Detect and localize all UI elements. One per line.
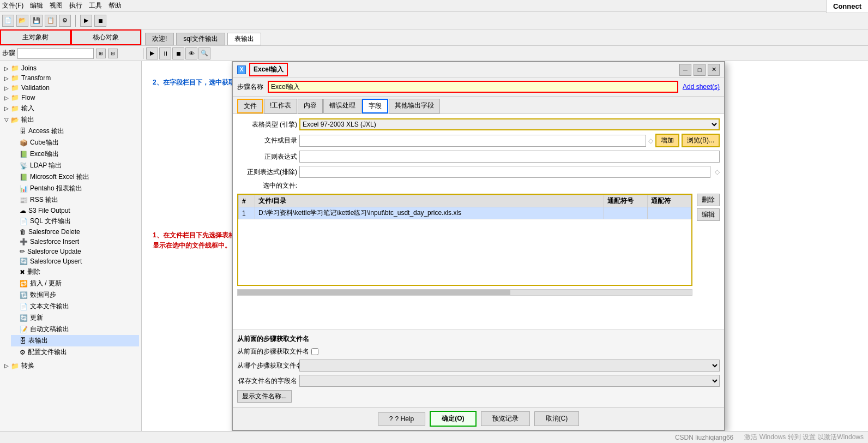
help-button[interactable]: ? ? Help <box>378 412 425 426</box>
table-row[interactable]: 1 D:\学习资料\kettle学习笔记\kettle练习\input\btc_… <box>239 207 691 219</box>
run-button[interactable]: ▶ <box>80 15 92 27</box>
dialog-title-bar: X Excel输入 ─ □ ✕ <box>233 62 724 77</box>
file-table-scrollbar[interactable] <box>237 289 692 296</box>
tree-folder-flow[interactable]: ▷ 📁 Flow <box>2 93 139 103</box>
menu-view[interactable]: 视图 <box>50 1 63 10</box>
canvas-tab-tableout-label: 表输出 <box>234 35 254 43</box>
ok-button[interactable]: 确定(O) <box>430 411 476 427</box>
step-name-label: 步骤名称 <box>237 82 263 92</box>
save-field-select[interactable] <box>299 375 720 387</box>
tree-item-datasync[interactable]: 🔃数据同步 <box>11 289 139 301</box>
tree-item-sf-delete[interactable]: 🗑Salesforce Delete <box>11 227 139 237</box>
step-name-input[interactable] <box>268 81 678 93</box>
tree-folder-joins[interactable]: ▷ 📁 Joins <box>2 63 139 73</box>
dialog-maximize-btn[interactable]: □ <box>694 64 706 76</box>
delete-file-btn[interactable]: 删除 <box>697 194 720 206</box>
tree-item-ldap-output[interactable]: 📡LDAP 输出 <box>11 160 139 171</box>
menu-file[interactable]: 文件(F) <box>2 1 23 10</box>
tree-item-excel-output[interactable]: 📗Excel输出 <box>11 148 139 160</box>
canvas-tab-sql[interactable]: sql文件输出 <box>176 33 225 45</box>
scrollbar-thumb <box>238 290 510 295</box>
tree-folder-validation[interactable]: ▷ 📁 Validation <box>2 83 139 93</box>
dialog-tab-content[interactable]: 内容 <box>298 99 323 113</box>
menu-help[interactable]: 帮助 <box>108 1 122 10</box>
add-file-btn[interactable]: 增加 <box>655 134 679 147</box>
file-dir-input[interactable] <box>299 135 646 147</box>
tree-item-table-output[interactable]: 🗄表输出 <box>11 335 139 346</box>
save-button[interactable]: 💾 <box>31 15 43 27</box>
tab-other-label: 其他输出字段 <box>395 101 434 109</box>
tree-item-cube-output[interactable]: 📦Cube输出 <box>11 137 139 148</box>
connect-button[interactable]: Connect <box>826 0 868 13</box>
regex-exclude-diamond: ◇ <box>715 168 720 176</box>
edit-file-btn[interactable]: 编辑 <box>697 208 720 221</box>
cancel-button[interactable]: 取消(C) <box>534 411 580 426</box>
tree-item-insert-update[interactable]: 🔁插入 / 更新 <box>11 278 139 289</box>
table-type-label: 表格类型 (引擎) <box>237 120 297 129</box>
settings-button[interactable]: ⚙ <box>59 15 71 27</box>
steps-collapse-btn[interactable]: ⊟ <box>108 49 118 58</box>
dialog-tab-other[interactable]: 其他输出字段 <box>389 99 440 113</box>
add-sheet-link[interactable]: Add sheet(s) <box>683 83 720 91</box>
tree-folder-transform[interactable]: ▷ 📁 转换 <box>2 360 139 372</box>
sidebar-tab-main[interactable]: 主对象树 <box>0 29 71 45</box>
tree-item-pentaho-output[interactable]: 📊Pentaho 报表输出 <box>11 183 139 194</box>
folder-icon-input: 📁 <box>11 105 19 112</box>
regex-input[interactable] <box>299 151 720 163</box>
canvas-play-btn[interactable]: ▶ <box>146 47 158 59</box>
table-type-select[interactable]: Excel 97-2003 XLS (JXL) <box>299 118 720 130</box>
tree-item-sql-output[interactable]: 📄SQL 文件输出 <box>11 215 139 227</box>
preview-button[interactable]: 预览记录 <box>481 411 530 426</box>
sidebar-tab-core[interactable]: 核心对象 <box>71 29 142 45</box>
canvas-tab-welcome[interactable]: 欢迎! <box>145 33 174 45</box>
menu-execute[interactable]: 执行 <box>69 1 82 10</box>
steps-search-input[interactable] <box>17 48 94 59</box>
regex-label: 正则表达式 <box>237 152 297 161</box>
tree-item-sf-insert[interactable]: ➕Salesforce Insert <box>11 237 139 247</box>
canvas-tab-tableout[interactable]: 表输出 <box>227 33 261 45</box>
dialog-tab-file[interactable]: 文件 <box>237 99 263 113</box>
new-button[interactable]: 📄 <box>2 15 14 27</box>
canvas-view-btn[interactable]: 👁 <box>185 47 197 59</box>
tree-arrow-transform: ▷ <box>4 75 9 81</box>
canvas-pause-btn[interactable]: ⏸ <box>159 47 171 59</box>
bottom-section-title: 从前面的步骤获取文件名 <box>237 334 720 344</box>
show-filename-btn[interactable]: 显示文件名称... <box>237 390 292 403</box>
tree-item-rss-output[interactable]: 📰RSS 输出 <box>11 194 139 206</box>
saveas-button[interactable]: 📋 <box>45 15 57 27</box>
stop-button[interactable]: ⏹ <box>94 15 106 27</box>
tree-label-flow: Flow <box>21 94 35 101</box>
tree-item-update[interactable]: 🔄更新 <box>11 312 139 324</box>
tree-item-sf-upsert[interactable]: 🔄Salesforce Upsert <box>11 256 139 266</box>
tree-item-config-output[interactable]: ⚙配置文件输出 <box>11 346 139 358</box>
file-dir-row: 文件或目录 ◇ 增加 浏览(B)... <box>237 134 720 147</box>
tree-item-s3-output[interactable]: ☁S3 File Output <box>11 206 139 215</box>
dialog-tab-error[interactable]: 错误处理 <box>323 99 361 113</box>
tree-item-delete[interactable]: ✖删除 <box>11 266 139 278</box>
tree-item-auto-doc[interactable]: 📝自动文稿输出 <box>11 324 139 335</box>
from-step-checkbox[interactable] <box>311 348 318 355</box>
tree-item-msexcel-output[interactable]: 📗Microsoft Excel 输出 <box>11 171 139 183</box>
steps-expand-btn[interactable]: ⊞ <box>96 49 106 58</box>
menu-tools[interactable]: 工具 <box>89 1 102 10</box>
open-button[interactable]: 📂 <box>16 15 28 27</box>
dialog-close-btn[interactable]: ✕ <box>708 64 720 76</box>
canvas-zoom-btn[interactable]: 🔍 <box>198 47 210 59</box>
dialog-minimize-btn[interactable]: ─ <box>679 64 691 76</box>
tree-folder-output[interactable]: ▽ 📂 输出 <box>2 114 139 125</box>
regex-exclude-input[interactable] <box>299 166 710 178</box>
tree-item-sf-update[interactable]: ✏Salesforce Update <box>11 247 139 256</box>
dialog-tabs: 文件 !工作表 内容 错误处理 字段 其他输出字段 <box>233 97 724 114</box>
browse-btn[interactable]: 浏览(B)... <box>682 134 720 147</box>
tree-item-access-output[interactable]: 🗄Access 输出 <box>11 125 139 137</box>
tree-folder-input[interactable]: ▷ 📁 输入 <box>2 103 139 114</box>
dialog-tab-fields[interactable]: 字段 <box>362 99 388 113</box>
cell-path: D:\学习资料\kettle学习笔记\kettle练习\input\btc_us… <box>255 207 604 219</box>
from-step-select[interactable] <box>299 360 720 372</box>
tree-folder-transform[interactable]: ▷ 📁 Transform <box>2 73 139 83</box>
tree-item-text-output[interactable]: 📄文本文件输出 <box>11 301 139 312</box>
menu-edit[interactable]: 编辑 <box>30 1 43 10</box>
sidebar: ▷ 📁 Joins ▷ 📁 Transform ▷ 📁 Validation ▷… <box>0 61 142 431</box>
dialog-tab-worksheet[interactable]: !工作表 <box>264 99 297 113</box>
canvas-stop-btn[interactable]: ⏹ <box>172 47 184 59</box>
